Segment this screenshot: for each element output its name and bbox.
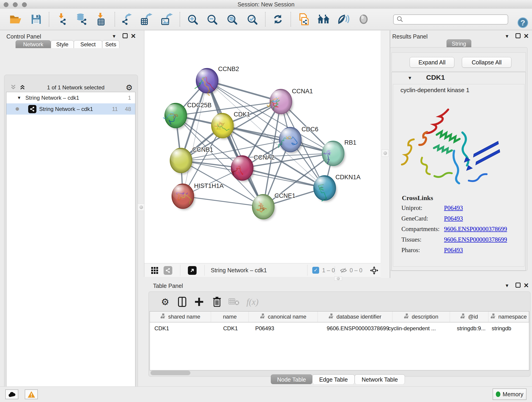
gene-collapse-icon[interactable]: ▼ bbox=[408, 75, 412, 81]
tree-collapse-icon[interactable]: ▼ bbox=[17, 95, 21, 100]
duplicate-network-icon[interactable] bbox=[296, 12, 311, 27]
table-cell[interactable]: CDK1 bbox=[154, 325, 169, 332]
panel-float-icon[interactable] bbox=[123, 33, 128, 38]
tab-node-table[interactable]: Node Table bbox=[271, 375, 312, 384]
table-cell[interactable]: CDK1 bbox=[223, 325, 238, 332]
delete-column-icon[interactable] bbox=[210, 295, 224, 309]
crosslink-row: GeneCard:P06493 bbox=[401, 215, 520, 222]
node-label-RB1: RB1 bbox=[344, 139, 356, 146]
birds-eye-navigator-icon[interactable] bbox=[370, 266, 379, 276]
search-box[interactable] bbox=[393, 14, 508, 25]
cloud-status-button[interactable] bbox=[5, 389, 18, 399]
crosslink-value-link[interactable]: P06493 bbox=[444, 204, 463, 211]
tab-sets[interactable]: Sets bbox=[102, 40, 119, 48]
zoom-selected-icon[interactable] bbox=[244, 12, 260, 27]
left-splitter-handle[interactable] bbox=[138, 204, 145, 211]
columns-icon[interactable] bbox=[175, 295, 189, 309]
panel-float-icon[interactable] bbox=[515, 283, 520, 288]
collapse-all-networks-icon[interactable] bbox=[10, 84, 17, 91]
tab-edge-table[interactable]: Edge Table bbox=[312, 375, 355, 384]
node-CDK1[interactable] bbox=[211, 113, 234, 139]
table-cell[interactable]: cyclin-dependent ... bbox=[388, 325, 436, 332]
node-CCNB2[interactable] bbox=[195, 68, 219, 96]
show-graphics-details-icon[interactable] bbox=[336, 12, 351, 27]
export-table-icon[interactable] bbox=[139, 12, 154, 27]
right-splitter-handle[interactable] bbox=[382, 149, 389, 157]
detach-view-icon[interactable] bbox=[188, 266, 196, 275]
node-CDC25B[interactable] bbox=[163, 103, 188, 129]
tab-select[interactable]: Select bbox=[74, 40, 102, 48]
hide-graphics-details-icon[interactable] bbox=[356, 12, 371, 27]
network-tree-root-row[interactable]: ▼ String Network – cdk1 1 bbox=[6, 92, 135, 103]
table-cell[interactable]: 9606.ENSP00000378699 bbox=[327, 325, 389, 332]
expand-all-networks-icon[interactable] bbox=[19, 84, 26, 91]
import-network-icon[interactable] bbox=[55, 12, 70, 27]
results-panel-title: Results Panel bbox=[392, 33, 428, 40]
node-CCNE1[interactable] bbox=[252, 194, 275, 220]
expand-all-button[interactable]: Expand All bbox=[410, 57, 454, 68]
network-canvas[interactable]: CCNB2CCNA1CDC25BCDK1CDC6RB1CCNB1CCNA2CDK… bbox=[144, 31, 380, 263]
crosslink-value-link[interactable]: 9606.ENSP00000378699 bbox=[444, 225, 507, 232]
add-column-icon[interactable] bbox=[192, 295, 206, 309]
hidden-eye-slash-icon[interactable] bbox=[340, 267, 347, 275]
node-CDKN1A[interactable] bbox=[314, 176, 337, 202]
network-tree-row[interactable]: String Network – cdk1 11 48 bbox=[6, 103, 135, 115]
memory-button[interactable]: Memory bbox=[493, 389, 526, 400]
column-header-name[interactable]: name bbox=[211, 311, 249, 322]
edge-CCNB2-HIST1H1A[interactable] bbox=[183, 81, 207, 196]
refresh-icon[interactable] bbox=[270, 12, 285, 27]
crosslink-label: Uniprot: bbox=[401, 204, 444, 211]
crosslink-value-link[interactable]: P06493 bbox=[444, 215, 463, 222]
node-HIST1H1A[interactable] bbox=[172, 184, 195, 210]
crosslink-value-link[interactable]: 9606.ENSP00000378699 bbox=[444, 236, 507, 243]
import-table-icon[interactable] bbox=[94, 12, 109, 27]
network-thumbnail-icon[interactable] bbox=[164, 266, 172, 275]
node-CCNA2[interactable] bbox=[231, 156, 254, 182]
column-header-namespace[interactable]: namespace bbox=[488, 311, 529, 322]
hidden-counts: 0 – 0 bbox=[350, 267, 362, 274]
panel-menu-caret-icon[interactable]: ▼ bbox=[505, 34, 509, 39]
save-session-icon[interactable] bbox=[29, 12, 44, 27]
panel-close-icon[interactable]: ✕ bbox=[524, 282, 529, 289]
tab-style[interactable]: Style bbox=[51, 40, 74, 48]
panel-menu-caret-icon[interactable]: ▼ bbox=[505, 283, 509, 288]
warnings-button[interactable] bbox=[25, 389, 38, 399]
scrollbar-thumb[interactable] bbox=[151, 370, 190, 375]
collapse-all-button[interactable]: Collapse All bbox=[462, 57, 511, 68]
zoom-fit-icon[interactable] bbox=[224, 12, 239, 27]
node-RB1[interactable] bbox=[322, 141, 345, 167]
panel-float-icon[interactable] bbox=[515, 33, 520, 38]
gear-icon[interactable]: ⚙ bbox=[158, 295, 172, 309]
help-icon[interactable]: ? bbox=[518, 17, 528, 28]
network-overview-icon[interactable] bbox=[316, 12, 331, 27]
open-file-icon[interactable] bbox=[8, 12, 23, 27]
selected-nodes-checkbox-icon[interactable]: ✓ bbox=[312, 267, 319, 274]
tab-string[interactable]: String bbox=[447, 39, 471, 48]
panel-menu-caret-icon[interactable]: ▼ bbox=[112, 34, 116, 39]
panel-close-icon[interactable]: ✕ bbox=[131, 32, 136, 40]
column-header--id[interactable]: @id bbox=[450, 311, 488, 322]
import-database-icon[interactable] bbox=[74, 12, 89, 27]
column-header-description[interactable]: description bbox=[393, 311, 450, 322]
node-CCNA1[interactable] bbox=[267, 89, 293, 115]
node-label-CCNB1: CCNB1 bbox=[192, 146, 213, 153]
column-header-database-identifier[interactable]: database identifier bbox=[318, 311, 393, 322]
table-cell[interactable]: P06493 bbox=[255, 325, 274, 332]
table-cell[interactable]: stringdb:9... bbox=[457, 325, 486, 332]
export-image-icon[interactable] bbox=[159, 12, 175, 27]
network-options-gear-icon[interactable]: ⚙ bbox=[126, 83, 133, 92]
export-network-icon[interactable] bbox=[120, 12, 135, 27]
zoom-out-icon[interactable] bbox=[204, 12, 220, 27]
crosslink-value-link[interactable]: P06493 bbox=[444, 247, 463, 254]
column-header-canonical-name[interactable]: canonical name bbox=[249, 311, 318, 322]
search-input[interactable] bbox=[405, 16, 508, 23]
zoom-in-icon[interactable] bbox=[185, 12, 200, 27]
table-cell[interactable]: stringdb bbox=[492, 325, 511, 332]
node-table[interactable]: shared namenamecanonical namedatabase id… bbox=[150, 311, 529, 370]
tab-network-table[interactable]: Network Table bbox=[355, 375, 405, 384]
grid-view-icon[interactable] bbox=[151, 267, 158, 275]
column-header-shared-name[interactable]: shared name bbox=[150, 311, 211, 322]
panel-close-icon[interactable]: ✕ bbox=[524, 32, 529, 40]
gene-description: cyclin-dependent kinase 1 bbox=[400, 87, 469, 94]
tab-network[interactable]: Network bbox=[16, 40, 51, 48]
